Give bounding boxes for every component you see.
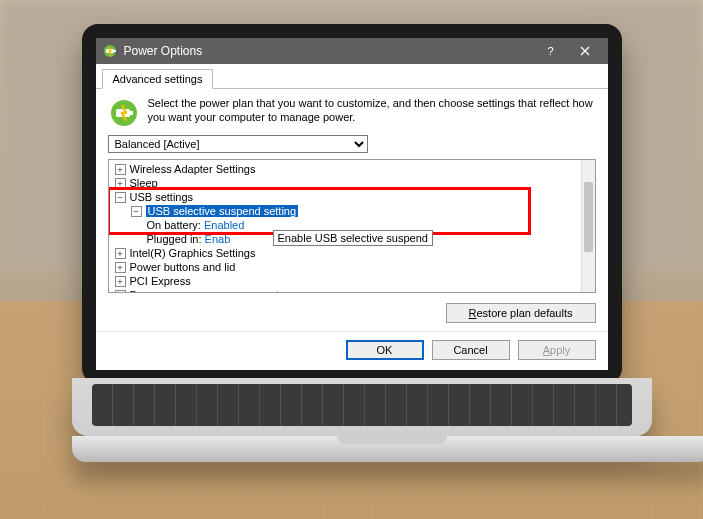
tree-item-power-buttons[interactable]: +Power buttons and lid bbox=[111, 260, 581, 274]
tooltip: Enable USB selective suspend bbox=[273, 230, 433, 246]
dialog-footer: OK Cancel Apply bbox=[96, 331, 608, 370]
screen-bezel: Power Options ? Advanced settings bbox=[82, 24, 622, 384]
svg-rect-2 bbox=[114, 50, 116, 52]
power-options-icon bbox=[102, 43, 118, 59]
power-plan-select[interactable]: Balanced [Active] bbox=[108, 135, 368, 153]
power-options-dialog: Power Options ? Advanced settings bbox=[96, 38, 608, 370]
expand-icon[interactable]: + bbox=[115, 164, 126, 175]
close-icon bbox=[580, 46, 590, 56]
tree-item-wireless[interactable]: +Wireless Adapter Settings bbox=[111, 162, 581, 176]
tree-item-intel-graphics[interactable]: +Intel(R) Graphics Settings bbox=[111, 246, 581, 260]
dialog-content: Select the power plan that you want to c… bbox=[96, 89, 608, 331]
restore-row: Restore plan defaults bbox=[108, 299, 596, 323]
tree-item-processor[interactable]: +Processor power management bbox=[111, 288, 581, 293]
tree-item-pci-express[interactable]: +PCI Express bbox=[111, 274, 581, 288]
svg-rect-5 bbox=[130, 111, 133, 115]
laptop-frame: Power Options ? Advanced settings bbox=[72, 24, 632, 462]
tab-strip: Advanced settings bbox=[96, 64, 608, 89]
scrollbar-thumb[interactable] bbox=[584, 182, 593, 252]
tree-scrollbar[interactable] bbox=[581, 160, 595, 292]
help-button[interactable]: ? bbox=[534, 38, 568, 64]
close-button[interactable] bbox=[568, 38, 602, 64]
restore-defaults-button[interactable]: Restore plan defaults bbox=[446, 303, 596, 323]
settings-tree[interactable]: +Wireless Adapter Settings +Sleep −USB s… bbox=[108, 159, 596, 293]
expand-icon[interactable]: + bbox=[115, 290, 126, 294]
tab-advanced-settings[interactable]: Advanced settings bbox=[102, 69, 214, 89]
titlebar: Power Options ? bbox=[96, 38, 608, 64]
window-title: Power Options bbox=[124, 44, 534, 58]
ok-button[interactable]: OK bbox=[346, 340, 424, 360]
expand-icon[interactable]: + bbox=[115, 262, 126, 273]
red-highlight-box bbox=[108, 187, 531, 235]
power-plan-icon bbox=[108, 97, 140, 129]
laptop-keyboard bbox=[72, 378, 652, 436]
screen: Power Options ? Advanced settings bbox=[96, 38, 608, 370]
expand-icon[interactable]: + bbox=[115, 276, 126, 287]
apply-button[interactable]: Apply bbox=[518, 340, 596, 360]
expand-icon[interactable]: + bbox=[115, 248, 126, 259]
laptop-base bbox=[72, 436, 704, 462]
description-text: Select the power plan that you want to c… bbox=[148, 97, 596, 129]
power-plan-row: Balanced [Active] bbox=[108, 135, 596, 153]
intro-row: Select the power plan that you want to c… bbox=[108, 97, 596, 129]
cancel-button[interactable]: Cancel bbox=[432, 340, 510, 360]
